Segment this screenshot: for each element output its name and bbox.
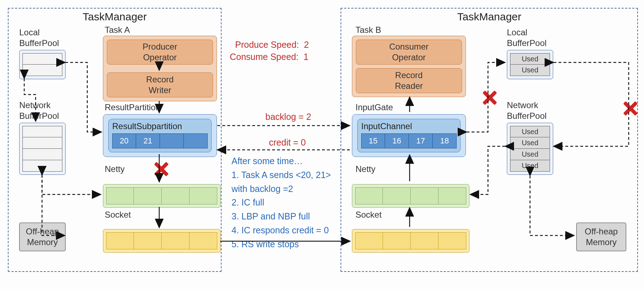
produce-speed: Produce Speed: 2 <box>235 38 309 52</box>
ic-cell: 17 <box>409 133 433 148</box>
nbp-left-slot <box>22 126 62 137</box>
ic-cell: 16 <box>385 133 409 148</box>
lbp-left-slot <box>22 65 62 76</box>
netty-left-label: Netty <box>105 164 125 174</box>
network-bufferpool-right-label: Network BufferPool <box>507 100 547 121</box>
netty-left <box>103 184 220 208</box>
task-b-label: Task B <box>355 25 381 35</box>
result-partition-label: ResultPartition <box>105 102 160 113</box>
sub-cell <box>160 133 184 148</box>
record-reader: Record Reader <box>356 68 462 93</box>
nbp-left-slot <box>22 160 62 172</box>
network-bufferpool-left <box>19 123 66 175</box>
channel-cells: 15 16 17 18 <box>361 133 457 148</box>
input-channel-label: InputChannel <box>361 121 457 131</box>
input-gate-label: InputGate <box>355 102 393 113</box>
task-b: Consumer Operator Record Reader <box>352 36 466 97</box>
producer-operator: Producer Operator <box>107 40 213 65</box>
taskmanager-right: TaskManager Task B Consumer Operator Rec… <box>341 8 638 272</box>
lbp-right-slot: Used <box>510 53 550 65</box>
input-channel: InputChannel 15 16 17 18 <box>357 119 461 152</box>
nbp-right-slot: Used <box>510 126 550 137</box>
netty-right <box>352 184 469 208</box>
tm-right-title: TaskManager <box>457 11 521 23</box>
network-bufferpool-right: Used Used Used Used <box>507 123 553 175</box>
local-bufferpool-right-label: Local BufferPool <box>507 27 547 49</box>
nbp-left-slot <box>22 137 62 149</box>
sub-cell: 21 <box>136 133 160 148</box>
subpartition-cells: 20 21 <box>112 133 208 148</box>
taskmanager-left: TaskManager Local BufferPool Network Buf… <box>8 8 222 272</box>
ic-cell: 15 <box>361 133 385 148</box>
backlog-label: backlog = 2 <box>265 110 311 124</box>
record-writer: Record Writer <box>107 72 213 97</box>
network-bufferpool-left-label: Network BufferPool <box>19 100 59 121</box>
task-a: Producer Operator Record Writer <box>103 36 217 101</box>
sub-cell <box>184 133 208 148</box>
story-text: After some time… 1. Task A sends <20, 21… <box>232 154 331 251</box>
tm-left-title: TaskManager <box>83 11 147 23</box>
socket-right <box>352 229 469 253</box>
consumer-operator: Consumer Operator <box>356 40 462 65</box>
result-subpartition-label: ResultSubpartition <box>112 121 208 131</box>
local-bufferpool-left-label: Local BufferPool <box>19 27 59 49</box>
offheap-left: Off-heap Memory <box>19 223 66 251</box>
nbp-right-slot: Used <box>510 137 550 149</box>
ic-cell: 18 <box>433 133 457 148</box>
credit-label: credit = 0 <box>269 136 306 149</box>
socket-left <box>103 229 220 253</box>
sub-cell: 20 <box>112 133 136 148</box>
result-subpartition: ResultSubpartition 20 21 <box>108 119 212 152</box>
socket-left-label: Socket <box>105 209 131 220</box>
local-bufferpool-left <box>19 50 66 79</box>
nbp-right-slot: Used <box>510 149 550 160</box>
lbp-right-slot: Used <box>510 65 550 76</box>
consume-speed: Consume Speed: 1 <box>230 50 308 64</box>
nbp-left-slot <box>22 149 62 160</box>
lbp-left-slot <box>22 53 62 65</box>
task-a-label: Task A <box>105 25 130 35</box>
netty-right-label: Netty <box>355 164 375 174</box>
socket-right-label: Socket <box>355 209 381 220</box>
local-bufferpool-right: Used Used <box>507 50 553 79</box>
offheap-right: Off-heap Memory <box>576 223 626 251</box>
result-partition: ResultSubpartition 20 21 <box>103 114 217 157</box>
input-gate: InputChannel 15 16 17 18 <box>352 114 466 157</box>
nbp-right-slot: Used <box>510 160 550 172</box>
